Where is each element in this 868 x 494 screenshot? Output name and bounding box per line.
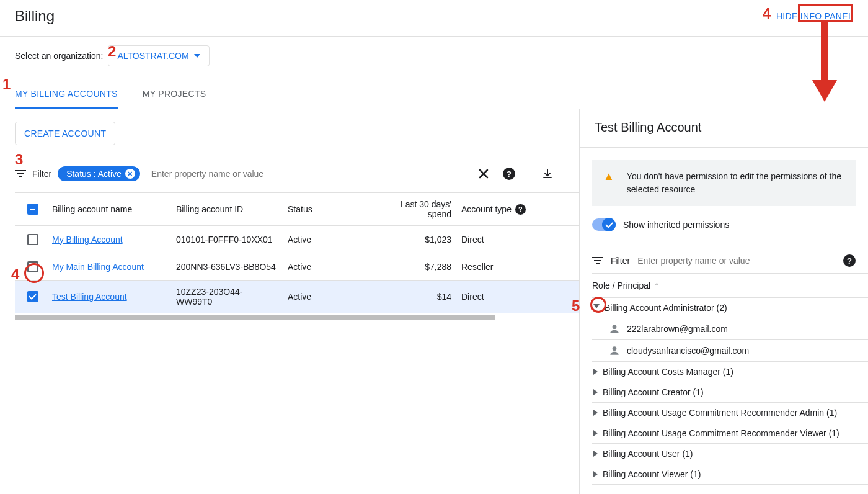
cell-id: 10ZZ23-203O44-WW99T0 — [171, 281, 283, 313]
col-type[interactable]: Account type ? — [456, 198, 575, 221]
role-name: Billing Account Costs Manager (1) — [603, 367, 733, 377]
principal-email: 222larabrown@gmail.com — [627, 324, 728, 334]
role-row[interactable]: Billing Account Usage Commitment Recomme… — [592, 403, 868, 423]
row-checkbox[interactable] — [27, 291, 38, 302]
select-all-checkbox[interactable] — [27, 204, 38, 215]
cell-type: Direct — [456, 228, 575, 251]
expand-icon[interactable] — [593, 369, 598, 375]
warning-icon: ▲ — [603, 170, 614, 183]
help-icon[interactable]: ? — [515, 204, 526, 215]
sort-asc-icon: ↑ — [654, 280, 659, 291]
help-icon[interactable]: ? — [843, 254, 856, 267]
role-row[interactable]: Billing Account User (1) — [592, 444, 868, 464]
org-selected-value: ALTOSTRAT.COM — [117, 51, 188, 61]
filter-label: Filter — [32, 169, 51, 179]
row-checkbox[interactable] — [27, 234, 38, 245]
cell-spend: $1,023 — [370, 228, 456, 251]
page-title: Billing — [15, 7, 55, 25]
filter-chip-status-active[interactable]: Status : Active ✕ — [58, 166, 140, 181]
table-row[interactable]: Test Billing Account 10ZZ23-203O44-WW99T… — [15, 281, 579, 313]
principal-row[interactable]: 222larabrown@gmail.com — [592, 318, 868, 340]
person-icon — [608, 344, 621, 357]
tab-my-billing-accounts[interactable]: MY BILLING ACCOUNTS — [15, 83, 118, 109]
col-name[interactable]: Billing account name — [47, 198, 171, 220]
info-panel-title: Test Billing Account — [595, 120, 853, 135]
role-name: Billing Account Viewer (1) — [603, 469, 701, 479]
remove-chip-icon[interactable]: ✕ — [125, 169, 135, 179]
expand-icon[interactable] — [593, 471, 598, 477]
horizontal-scrollbar[interactable] — [15, 315, 495, 320]
cell-type: Direct — [456, 285, 575, 308]
role-name: Billing Account Usage Commitment Recomme… — [603, 428, 839, 438]
col-id[interactable]: Billing account ID — [171, 198, 283, 220]
expand-icon[interactable] — [593, 430, 598, 436]
org-select-label: Select an organization: — [15, 51, 103, 61]
svg-point-0 — [613, 325, 617, 329]
role-name: Billing Account Usage Commitment Recomme… — [603, 408, 837, 418]
table-header-row: Billing account name Billing account ID … — [15, 193, 579, 226]
cell-id: 010101-F0FFF0-10XX01 — [171, 228, 283, 251]
cell-spend: $7,288 — [370, 256, 456, 278]
inherited-permissions-toggle[interactable] — [592, 218, 616, 231]
role-row[interactable]: Billing Account Viewer (1) — [592, 464, 868, 485]
warning-text: You don't have permission to edit the pe… — [627, 170, 844, 196]
row-checkbox[interactable] — [27, 261, 38, 272]
cell-spend: $14 — [370, 285, 456, 308]
billing-account-link[interactable]: Test Billing Account — [52, 292, 127, 302]
expand-icon[interactable] — [593, 410, 598, 416]
billing-account-link[interactable]: My Main Billing Account — [52, 262, 144, 272]
expand-icon[interactable] — [593, 304, 600, 312]
role-name: Billing Account Creator (1) — [603, 387, 704, 397]
cell-id: 200NN3-636LV3-BB8O54 — [171, 256, 283, 278]
info-panel: Test Billing Account ▲ You don't have pe… — [580, 109, 868, 494]
svg-point-1 — [613, 346, 617, 351]
filter-bar: Filter Status : Active ✕ ? — [15, 160, 579, 187]
role-name: Billing Account Administrator (2) — [604, 303, 727, 313]
filter-icon — [15, 170, 26, 177]
role-column-header[interactable]: Role / Principal ↑ — [592, 274, 868, 298]
caret-down-icon — [194, 54, 200, 58]
filter-icon — [592, 257, 603, 264]
cell-type: Reseller — [456, 256, 575, 278]
role-row[interactable]: Billing Account Usage Commitment Recomme… — [592, 423, 868, 444]
role-row[interactable]: Billing Account Creator (1) — [592, 382, 868, 403]
toggle-label: Show inherited permissions — [623, 220, 729, 230]
org-select-dropdown[interactable]: ALTOSTRAT.COM — [108, 45, 209, 66]
hide-info-panel-button[interactable]: HIDE INFO PANEL — [776, 11, 853, 21]
table-row[interactable]: My Main Billing Account 200NN3-636LV3-BB… — [15, 253, 579, 281]
col-spend[interactable]: Last 30 days' spend — [370, 193, 456, 225]
role-row[interactable]: Billing Account Costs Manager (1) — [592, 362, 868, 382]
cell-status: Active — [283, 285, 370, 308]
expand-icon[interactable] — [593, 451, 598, 457]
help-icon[interactable]: ? — [503, 168, 515, 180]
billing-account-link[interactable]: My Billing Account — [52, 235, 123, 245]
expand-icon[interactable] — [593, 389, 598, 395]
role-name: Billing Account User (1) — [603, 449, 693, 459]
divider — [528, 168, 528, 180]
permission-warning: ▲ You don't have permission to edit the … — [592, 160, 856, 206]
create-account-button[interactable]: CREATE ACCOUNT — [15, 122, 115, 145]
person-icon — [608, 323, 621, 335]
filter-chip-label: Status : Active — [66, 169, 122, 179]
cell-status: Active — [283, 256, 370, 278]
download-icon[interactable] — [541, 167, 554, 181]
filter-input[interactable] — [146, 165, 471, 182]
role-row[interactable]: Billing Account Administrator (2) — [592, 298, 868, 318]
table-row[interactable]: My Billing Account 010101-F0FFF0-10XX01 … — [15, 226, 579, 253]
col-status[interactable]: Status — [283, 198, 370, 220]
panel-filter-input[interactable] — [637, 256, 836, 266]
filter-label: Filter — [611, 256, 630, 266]
clear-filter-icon[interactable] — [477, 167, 490, 181]
principal-email: cloudysanfrancisco@gmail.com — [627, 346, 749, 356]
cell-status: Active — [283, 228, 370, 251]
principal-row[interactable]: cloudysanfrancisco@gmail.com — [592, 340, 868, 362]
tab-my-projects[interactable]: MY PROJECTS — [143, 83, 206, 109]
